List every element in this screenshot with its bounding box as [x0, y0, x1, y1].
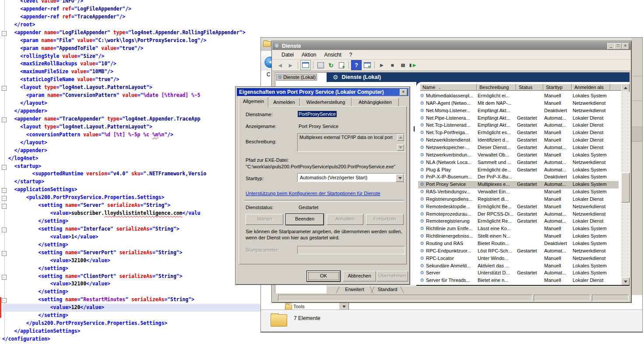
chevron-down-icon[interactable]	[396, 174, 404, 182]
code-line[interactable]: </setting>	[2, 265, 68, 273]
code-line[interactable]: <startup>	[2, 163, 41, 171]
table-row[interactable]: ⚙Net.Tcp-Listenerad...Empfängt Akt...Ges…	[418, 122, 619, 129]
table-row[interactable]: ⚙Netzwerkverbindun...Verwaltet Ob...Gest…	[418, 152, 619, 159]
stop-icon[interactable]	[387, 60, 397, 70]
column-header-beschreibung[interactable]: Beschreibung	[477, 84, 516, 91]
scrollbar[interactable]	[621, 84, 629, 285]
code-line[interactable]: </setting>	[2, 288, 68, 296]
table-row[interactable]: ⚙NAP-Agent (Netwo...Mit dem NAP-...Manue…	[418, 100, 619, 107]
table-row[interactable]: ⚙Registrierungsdiens...Registriert di...…	[418, 196, 619, 203]
view-tab-standard[interactable]: Standard	[374, 286, 401, 293]
table-row[interactable]: ⚙Remoteprozedurau...Der RPCSS-Di...Gesta…	[418, 211, 619, 218]
forward-icon[interactable]	[286, 60, 296, 70]
scroll-down-button[interactable]	[621, 277, 630, 285]
refresh-icon[interactable]	[326, 60, 336, 70]
code-line[interactable]: <appender-ref ref="LogFileAppender"/>	[2, 5, 131, 13]
code-line[interactable]: <puls200.PortProxyService.Properties.Set…	[2, 194, 164, 202]
tree-item-dienste-lokal[interactable]: ⚙ Dienste (Lokal)	[276, 74, 317, 81]
console-tree-icon[interactable]	[300, 60, 311, 70]
table-row[interactable]: ⚙Net.Msmq-Listener...Empfängt Akt...Deak…	[418, 107, 619, 115]
table-row[interactable]: ⚙Net.Pipe-Listenera...Empfängt Akt...Ges…	[418, 115, 619, 122]
code-line[interactable]: <maxSizeRollBackups value="10"/>	[2, 60, 116, 68]
table-row[interactable]: ⚙Sekundäre Anmeld...Aktiviert das ...Man…	[418, 263, 619, 270]
stop-button[interactable]: Beenden	[286, 214, 324, 225]
table-row[interactable]: ⚙RAS-Verbindungsv...Verwaltet Ein...Manu…	[418, 189, 619, 196]
table-row[interactable]: ⚙Routing und RASBietet Routin...Deaktivi…	[418, 240, 619, 248]
code-line[interactable]: <layout type="log4net.Layout.PatternLayo…	[2, 84, 152, 92]
services-titlebar[interactable]: ⚙ Dienste _ □ ×	[272, 42, 631, 50]
table-row[interactable]: ⚙Multimediaklassenpl...Ermöglicht ei...M…	[418, 92, 619, 100]
table-row[interactable]: ⚙NLA (Network Loca...Sammelt und ...Gest…	[418, 159, 619, 167]
code-line[interactable]: </configuration>	[2, 335, 50, 343]
tab-allgemein[interactable]: Allgemein	[239, 97, 268, 107]
tab-abhngigkeiten[interactable]: Abhängigkeiten	[352, 98, 399, 107]
code-line[interactable]: <level value="INFO"/>	[2, 0, 83, 5]
code-line[interactable]: <setting name="Server" serializeAs="Stri…	[2, 202, 170, 210]
menu-item-aktion[interactable]: Aktion	[298, 51, 320, 59]
menu-item-datei[interactable]: Datei	[278, 51, 298, 59]
code-line[interactable]: <maximumFileSize value="10MB"/>	[2, 68, 113, 76]
scroll-down-button[interactable]	[397, 144, 404, 151]
column-header-anmeldenals[interactable]: Anmelden als	[572, 84, 610, 91]
code-line[interactable]: <param name="AppendToFile" value="true"/…	[2, 45, 143, 53]
table-row[interactable]: ⚙Netzwerkspeicher-...Dieser Dienst...Ges…	[418, 144, 619, 152]
table-row[interactable]: ⚙RemoteregistrierungErmöglicht Re...Gest…	[418, 218, 619, 225]
code-line[interactable]: <appender name="LogFileAppender" type="l…	[2, 29, 246, 37]
minimize-button[interactable]: _	[607, 43, 615, 50]
code-line[interactable]: </setting>	[2, 241, 68, 249]
code-line[interactable]: <setting name="RestartMinutes" serialize…	[2, 296, 194, 304]
code-line[interactable]: <setting name="ClientPort" serializeAs="…	[2, 273, 183, 281]
back-icon[interactable]	[275, 60, 285, 70]
description-box[interactable]: Multiplexes external TCP/IP data on loca…	[297, 133, 405, 152]
code-line[interactable]: </appender>	[2, 107, 47, 115]
table-row[interactable]: ⚙Richtlinienergebniss...Stellt einen N..…	[418, 233, 619, 240]
table-row[interactable]: ⚙Richtlinie zum Entfe...Lässt eine Ko...…	[418, 225, 619, 233]
startparameter-input[interactable]	[297, 246, 405, 254]
code-line[interactable]: <setting name="Interface" serializeAs="S…	[2, 225, 179, 233]
tab-wiederherstellung[interactable]: Wiederherstellung	[300, 98, 352, 107]
code-line[interactable]: </root>	[2, 21, 35, 29]
column-header-name[interactable]: Name▴	[420, 84, 477, 91]
code-line[interactable]: <applicationSettings>	[2, 186, 77, 194]
table-row[interactable]: ⚙ServerUnterstützt D...GestartetAutomat.…	[418, 270, 619, 277]
tab-anmelden[interactable]: Anmelden	[268, 98, 300, 107]
services-list[interactable]: Name▴BeschreibungStatusStarttypAnmelden …	[416, 82, 630, 285]
table-row[interactable]: ⚙Server für Threads...Bietet eine n...Ma…	[418, 277, 619, 285]
table-row[interactable]: ⚙NetzwerklistendienstIdentifiziert d...G…	[418, 137, 619, 144]
menu-item-[interactable]: ?	[345, 51, 356, 59]
menu-item-ansicht[interactable]: Ansicht	[320, 51, 345, 59]
table-row[interactable]: ⚙Net.Tcp-Portfreiga...Ermöglicht es...Ge…	[418, 129, 619, 137]
scroll-up-button[interactable]	[397, 134, 404, 141]
startup-options-link[interactable]: Unterstützung beim Konfigurieren der Sta…	[246, 191, 380, 196]
properties-icon[interactable]	[316, 60, 325, 70]
export-list-icon[interactable]	[337, 60, 346, 70]
close-icon[interactable]: ×	[400, 89, 407, 96]
code-line[interactable]: <appender name="TraceAppender" type="log…	[2, 115, 201, 123]
scrollbar-track[interactable]	[621, 91, 629, 277]
dialog-titlebar[interactable]: Eigenschaften von Port Proxy Service (Lo…	[237, 88, 408, 96]
start-icon[interactable]	[377, 60, 387, 70]
code-line[interactable]: <conversionPattern value="%d [%t] %-5p %…	[2, 131, 173, 139]
folder-item[interactable]: Tools	[293, 304, 305, 309]
service-name-value[interactable]: PortProxyService	[298, 111, 337, 117]
code-line[interactable]: <supportedRuntime version="v4.0" sku=".N…	[2, 170, 206, 178]
ok-button[interactable]: OK	[307, 271, 340, 281]
cancel-button[interactable]: Abbrechen	[343, 271, 376, 281]
code-line[interactable]: <value>120</value>	[2, 304, 260, 312]
starttype-combobox[interactable]: Automatisch (Verzögerter Start)	[297, 173, 405, 182]
column-header-starttyp[interactable]: Starttyp	[543, 84, 572, 91]
help-icon[interactable]	[351, 60, 362, 70]
code-line[interactable]: </appender>	[2, 147, 47, 155]
table-row[interactable]: ⚙Plug & PlayErmöglicht de...GestartetAut…	[418, 167, 619, 174]
resume-button[interactable]: Fortsetzen	[366, 214, 404, 225]
code-line[interactable]: <value>32100</value>	[2, 257, 110, 265]
code-line[interactable]: <layout type="log4net.Layout.PatternLayo…	[2, 123, 152, 131]
close-icon[interactable]: ×	[622, 43, 629, 50]
table-row[interactable]: ⚙PnP-X-IP-Busenum...Der PnP-X-Bu...Deakt…	[418, 174, 619, 181]
code-line[interactable]: <value>1</value>	[2, 233, 98, 241]
code-line[interactable]: </layout>	[2, 139, 47, 147]
table-row[interactable]: ⚙RPC-LocatorUnter Windo...ManuellNetzwer…	[418, 255, 619, 263]
apply-button[interactable]: Übernehmen	[377, 271, 408, 281]
scrollbar-thumb[interactable]	[621, 173, 630, 203]
code-line[interactable]: <setting name="ServerPort" serializeAs="…	[2, 249, 183, 257]
